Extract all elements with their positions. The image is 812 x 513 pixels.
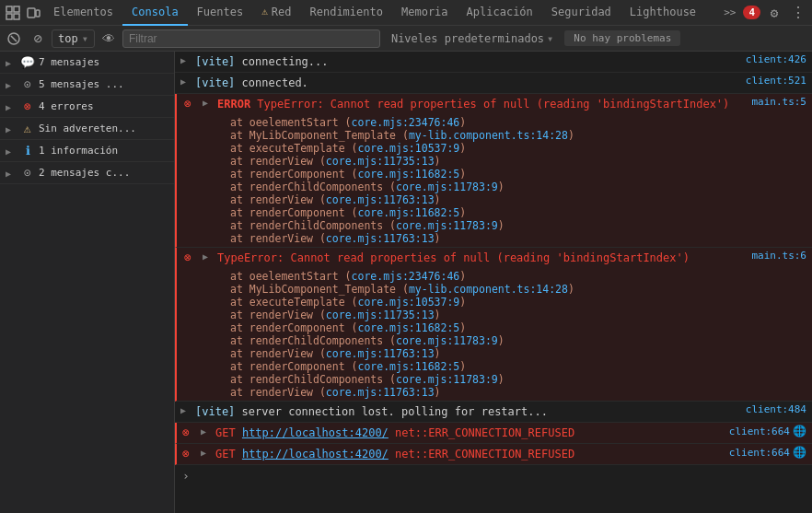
expand-icon[interactable]: ▶ — [180, 405, 191, 415]
chevron-right-icon: ▶ — [6, 169, 17, 179]
log-line: ▶ [vite] connecting... client:426 — [175, 52, 812, 73]
sidebar-item-1informacion[interactable]: ▶ ℹ 1 información — [0, 140, 174, 162]
stack-link[interactable]: core.mjs:10537:9 — [357, 142, 459, 155]
stack-link[interactable]: core.mjs:11763:13 — [326, 193, 435, 206]
context-select[interactable]: top ▾ — [52, 29, 95, 48]
clear-console-button[interactable] — [4, 29, 24, 49]
stack-link[interactable]: core.mjs:11682:5 — [357, 206, 459, 219]
eye-button[interactable]: 👁 — [99, 29, 119, 49]
sidebar-item-7mensajes[interactable]: ▶ 💬 7 mensajes — [0, 52, 174, 74]
verbose-icon: ⊙ — [20, 77, 35, 91]
log-line-vite-warn: ▶ [vite] server connection lost. polling… — [175, 402, 812, 423]
get-error-2: ⊗ ▶ GET http://localhost:4200/ net::ERR_… — [175, 444, 812, 465]
tab-aplicacion[interactable]: Aplicación — [458, 0, 542, 26]
source-link[interactable]: client:664 🌐 — [720, 446, 806, 459]
expand-icon[interactable]: ▶ — [180, 76, 191, 87]
error-circle-icon: ⊗ — [184, 251, 199, 264]
error-icon: ⊗ — [20, 99, 35, 113]
source-link-main[interactable]: main.ts:5 — [742, 96, 806, 108]
stack-link[interactable]: my-lib.component.ts:14:28 — [409, 129, 568, 142]
settings-button[interactable]: ⚙ — [764, 3, 784, 23]
svg-rect-3 — [14, 14, 19, 19]
get-url-link[interactable]: http://localhost:4200/ — [242, 448, 389, 461]
tab-elementos[interactable]: Elementos — [44, 0, 122, 26]
tab-lighthouse[interactable]: Lighthouse — [621, 0, 705, 26]
tab-fuentes[interactable]: Fuentes — [188, 0, 253, 26]
source-link-main[interactable]: main.ts:6 — [742, 250, 806, 262]
more-options-button[interactable]: ⋮ — [788, 3, 808, 23]
stack-link[interactable]: core.mjs:11735:13 — [326, 155, 435, 168]
expand-icon[interactable]: ▶ — [180, 55, 191, 65]
sidebar-item-sin-advertencias[interactable]: ▶ ⚠ Sin advereten... — [0, 118, 174, 140]
stack-link[interactable]: core.mjs:11783:9 — [396, 334, 498, 347]
stack-link[interactable]: core.mjs:23476:46 — [352, 270, 460, 283]
verbose2-icon: ⊙ — [20, 166, 35, 180]
get-error-1: ⊗ ▶ GET http://localhost:4200/ net::ERR_… — [175, 423, 812, 444]
chevron-right-icon: ▶ — [6, 58, 17, 68]
tab-rendimiento[interactable]: Rendimiento — [301, 0, 392, 26]
error-circle-icon: ⊗ — [184, 97, 199, 111]
source-link[interactable]: client:426 — [737, 53, 806, 65]
top-toolbar: Elementos Consola Fuentes ⚠ Red Rendimie… — [0, 0, 812, 26]
devtools-icon[interactable] — [4, 4, 22, 22]
stack-link[interactable]: core.mjs:11783:9 — [396, 181, 498, 193]
console-toolbar: ⊘ top ▾ 👁 Niveles predeterminados ▾ No h… — [0, 26, 812, 52]
toolbar-right: 4 ⚙ ⋮ — [743, 3, 808, 23]
svg-rect-2 — [6, 14, 12, 19]
sidebar: ▶ 💬 7 mensajes ▶ ⊙ 5 mensajes ... ▶ ⊗ 4 … — [0, 52, 175, 513]
stack-link[interactable]: my-lib.component.ts:14:28 — [409, 283, 568, 296]
sidebar-item-5mensajes[interactable]: ▶ ⊙ 5 mensajes ... — [0, 74, 174, 96]
globe-icon: 🌐 — [793, 446, 806, 459]
stack-link[interactable]: core.mjs:23476:46 — [352, 116, 460, 129]
stack-link[interactable]: core.mjs:11682:5 — [357, 168, 459, 181]
log-line: ▶ [vite] connected. client:521 — [175, 73, 812, 94]
filter-input[interactable] — [122, 29, 380, 48]
svg-rect-0 — [6, 6, 12, 12]
error-count-badge: 4 — [743, 6, 760, 19]
stack-link[interactable]: core.mjs:11763:13 — [326, 347, 435, 360]
warning-icon: ⚠ — [20, 122, 35, 135]
no-problems-badge: No hay problemas — [564, 30, 680, 46]
error-block-1: ⊗ ▶ ERROR TypeError: Cannot read propert… — [175, 94, 812, 248]
prompt-line: › — [175, 465, 812, 486]
source-link[interactable]: client:484 — [737, 403, 806, 415]
expand-icon[interactable]: ▶ — [201, 448, 212, 458]
expand-icon[interactable]: ▶ — [203, 251, 214, 262]
tab-memoria[interactable]: Memoria — [392, 0, 458, 26]
nav-tabs: Elementos Consola Fuentes ⚠ Red Rendimie… — [44, 0, 716, 26]
sidebar-item-2mensajes[interactable]: ▶ ⊙ 2 mensajes c... — [0, 162, 174, 184]
stack-link[interactable]: core.mjs:11783:9 — [396, 373, 498, 386]
error-block-2: ⊗ ▶ TypeError: Cannot read properties of… — [175, 248, 812, 402]
device-toggle[interactable] — [24, 4, 42, 22]
source-link[interactable]: client:521 — [737, 75, 806, 87]
error-circle-icon: ⊗ — [182, 447, 197, 461]
stack-link[interactable]: core.mjs:11682:5 — [357, 360, 459, 373]
globe-icon: 🌐 — [793, 425, 806, 437]
tab-seguridad[interactable]: Seguridad — [542, 0, 621, 26]
sidebar-item-4errores[interactable]: ▶ ⊗ 4 errores — [0, 96, 174, 118]
svg-rect-5 — [36, 10, 40, 17]
message-icon: 💬 — [20, 55, 35, 69]
expand-icon[interactable]: ▶ — [201, 426, 212, 437]
error-circle-icon: ⊗ — [182, 426, 197, 439]
nivel-predeterminados-button[interactable]: Niveles predeterminados ▾ — [384, 29, 561, 49]
get-url-link[interactable]: http://localhost:4200/ — [242, 426, 389, 439]
stack-link[interactable]: core.mjs:11783:9 — [396, 219, 498, 232]
info-icon: ℹ — [20, 144, 35, 157]
stack-link[interactable]: core.mjs:10537:9 — [357, 296, 459, 309]
source-link[interactable]: client:664 🌐 — [720, 425, 806, 437]
ban-button[interactable]: ⊘ — [28, 29, 48, 49]
chevron-right-icon: ▶ — [6, 146, 17, 157]
chevron-right-icon: ▶ — [6, 124, 17, 134]
tab-consola[interactable]: Consola — [122, 0, 188, 26]
stack-link[interactable]: core.mjs:11763:13 — [326, 386, 435, 399]
warning-icon: ⚠ — [261, 6, 268, 17]
prompt-caret-icon: › — [182, 469, 190, 483]
expand-icon[interactable]: ▶ — [203, 98, 214, 108]
tabs-overflow[interactable]: >> — [718, 6, 741, 18]
chevron-right-icon: ▶ — [6, 80, 17, 90]
stack-link[interactable]: core.mjs:11682:5 — [357, 321, 459, 334]
stack-link[interactable]: core.mjs:11763:13 — [326, 232, 435, 245]
tab-red[interactable]: ⚠ Red — [252, 0, 300, 26]
stack-link[interactable]: core.mjs:11735:13 — [326, 309, 435, 321]
